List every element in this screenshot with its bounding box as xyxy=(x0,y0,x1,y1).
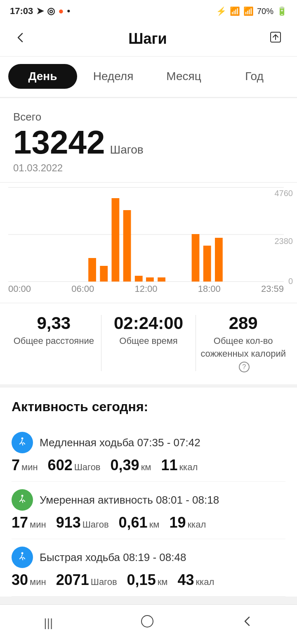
activity-item-moderate: Умеренная активность 08:01 - 08:18 17 ми… xyxy=(12,482,285,539)
x-label-4: 23:59 xyxy=(261,284,284,294)
svg-rect-12 xyxy=(203,246,211,282)
fast-walk-steps: 2071 Шагов xyxy=(56,571,117,589)
x-label-0: 00:00 xyxy=(8,284,31,294)
summary-calories-value: 289 xyxy=(229,313,258,333)
slow-walk-steps: 602 Шагов xyxy=(48,457,101,474)
wifi-icon: 📶 xyxy=(230,6,240,16)
chart-container: 4760 2380 0 xyxy=(0,183,297,303)
main-stats: Всего 13242 Шагов 01.03.2022 xyxy=(0,98,297,182)
steps-row: 13242 Шагов xyxy=(13,126,284,159)
signal-icon: 📶 xyxy=(243,6,254,16)
nav-home-icon xyxy=(141,618,154,630)
summary-time-label: Общее время xyxy=(119,335,177,348)
summary-calories: 289 Общее кол-во сожженных калорий ? xyxy=(196,313,290,373)
steps-count: 13242 xyxy=(13,126,105,159)
slow-walk-kcal: 11 ккал xyxy=(161,457,198,474)
moderate-name: Умеренная активность 08:01 - 08:18 xyxy=(40,494,219,507)
dot-icon: • xyxy=(67,6,71,17)
svg-rect-10 xyxy=(158,277,165,282)
header: Шаги xyxy=(0,21,297,57)
summary-time-value: 02:24:00 xyxy=(114,313,183,333)
svg-point-14 xyxy=(21,438,24,440)
nav-home-button[interactable] xyxy=(127,611,167,634)
fast-walk-km: 0,15 км xyxy=(127,571,168,589)
tab-year[interactable]: Год xyxy=(220,64,289,89)
x-label-3: 18:00 xyxy=(198,284,221,294)
moderate-icon xyxy=(12,489,33,511)
fast-walk-icon xyxy=(12,547,33,568)
steps-unit: Шагов xyxy=(110,143,143,156)
info-icon[interactable]: ? xyxy=(239,362,250,372)
fast-walk-minutes: 30 мин xyxy=(12,571,46,589)
status-left: 17:03 ➤ ◎ ● • xyxy=(10,6,70,17)
activity-header-1: Медленная ходьба 07:35 - 07:42 xyxy=(12,432,285,453)
svg-rect-11 xyxy=(192,234,200,282)
svg-point-17 xyxy=(141,616,153,627)
activity-section: Активность сегодня: Медленная ходьба 07:… xyxy=(0,388,297,597)
svg-rect-13 xyxy=(215,238,223,282)
tab-week[interactable]: Неделя xyxy=(79,64,148,89)
activity-item-fast-walk: Быстрая ходьба 08:19 - 08:48 30 мин 2071… xyxy=(12,539,285,597)
slow-walk-stats: 7 мин 602 Шагов 0,39 км 11 ккал xyxy=(12,457,285,474)
stats-date: 01.03.2022 xyxy=(13,162,284,174)
battery-icon: 🔋 xyxy=(277,6,287,16)
activity-header-2: Умеренная активность 08:01 - 08:18 xyxy=(12,489,285,511)
summary-time: 02:24:00 Общее время xyxy=(101,313,196,348)
svg-rect-9 xyxy=(146,277,154,282)
svg-rect-5 xyxy=(100,266,108,282)
chart-x-labels: 00:00 06:00 12:00 18:00 23:59 xyxy=(8,282,284,298)
moderate-km: 0,61 км xyxy=(119,514,160,531)
moderate-steps: 913 Шагов xyxy=(56,514,109,531)
chart-y-bot: 0 xyxy=(288,277,293,286)
svg-rect-6 xyxy=(112,198,120,282)
status-time: 17:03 xyxy=(10,6,33,17)
svg-rect-7 xyxy=(123,210,131,282)
battery-text: 70% xyxy=(257,7,273,16)
status-bar: 17:03 ➤ ◎ ● • ⚡ 📶 📶 70% 🔋 xyxy=(0,0,297,21)
chart-y-top: 4760 xyxy=(275,189,293,198)
location-icon: ➤ xyxy=(36,6,44,17)
chart-y-mid: 2380 xyxy=(275,237,293,246)
activity-header-3: Быстрая ходьба 08:19 - 08:48 xyxy=(12,547,285,568)
activity-item-slow-walk: Медленная ходьба 07:35 - 07:42 7 мин 602… xyxy=(12,424,285,482)
slow-walk-icon xyxy=(12,432,33,453)
x-label-2: 12:00 xyxy=(134,284,157,294)
tab-month[interactable]: Месяц xyxy=(149,64,218,89)
page-title: Шаги xyxy=(128,30,167,47)
nav-menu-button[interactable]: ||| xyxy=(31,613,66,633)
fast-walk-stats: 30 мин 2071 Шагов 0,15 км 43 ккал xyxy=(12,571,285,589)
fast-walk-kcal: 43 ккал xyxy=(177,571,214,589)
slow-walk-km: 0,39 км xyxy=(111,457,151,474)
summary-distance: 9,33 Общее расстояние xyxy=(7,313,101,348)
summary-distance-value: 9,33 xyxy=(37,313,71,333)
svg-point-16 xyxy=(21,552,24,554)
sync-icon: ◎ xyxy=(47,6,55,17)
summary-distance-label: Общее расстояние xyxy=(14,335,94,348)
moderate-kcal: 19 ккал xyxy=(169,514,206,531)
svg-rect-8 xyxy=(135,276,143,282)
nav-back-button[interactable] xyxy=(229,612,266,633)
activity-title: Активность сегодня: xyxy=(12,399,285,414)
svg-point-15 xyxy=(21,495,24,497)
svg-rect-4 xyxy=(88,258,96,282)
back-button[interactable] xyxy=(12,30,30,48)
x-label-1: 06:00 xyxy=(71,284,94,294)
total-label: Всего xyxy=(13,111,284,123)
tab-day[interactable]: День xyxy=(8,64,77,89)
nav-bar: ||| xyxy=(0,604,297,644)
slow-walk-name: Медленная ходьба 07:35 - 07:42 xyxy=(40,436,200,449)
nav-menu-icon: ||| xyxy=(44,616,53,629)
chart-svg xyxy=(8,187,284,282)
status-right: ⚡ 📶 📶 70% 🔋 xyxy=(216,6,287,16)
summary-row: 9,33 Общее расстояние 02:24:00 Общее вре… xyxy=(0,303,297,388)
notification-icon: ● xyxy=(58,6,64,17)
bluetooth-icon: ⚡ xyxy=(216,6,226,16)
tab-bar: День Неделя Месяц Год xyxy=(0,57,297,97)
summary-calories-label: Общее кол-во сожженных калорий ? xyxy=(196,335,290,373)
fast-walk-name: Быстрая ходьба 08:19 - 08:48 xyxy=(40,551,186,564)
moderate-minutes: 17 мин xyxy=(12,514,46,531)
nav-back-icon xyxy=(242,617,253,630)
slow-walk-minutes: 7 мин xyxy=(12,457,38,474)
moderate-stats: 17 мин 913 Шагов 0,61 км 19 ккал xyxy=(12,514,285,531)
export-button[interactable] xyxy=(266,29,285,49)
